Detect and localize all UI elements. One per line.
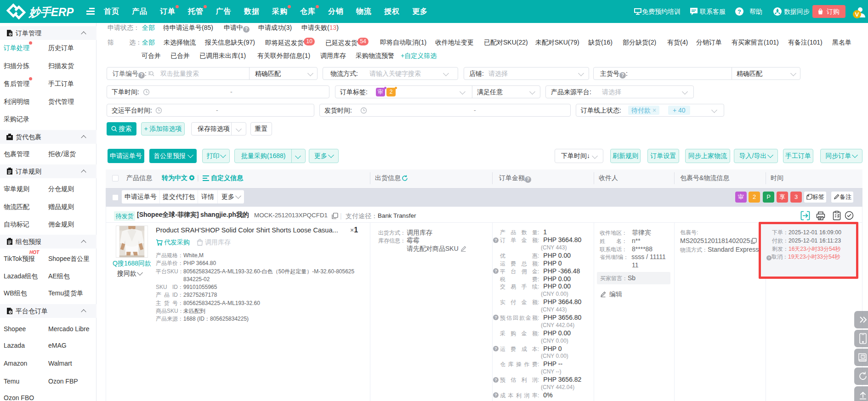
svg-text:V: V — [855, 11, 859, 18]
svg-text:?: ? — [862, 355, 864, 358]
svg-text:?: ? — [738, 8, 741, 15]
